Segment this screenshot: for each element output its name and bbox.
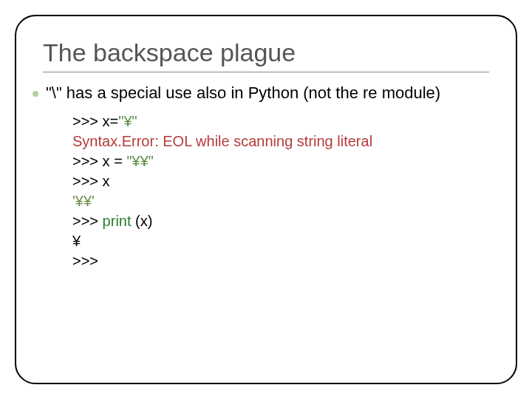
func-args: (x) [135,213,152,229]
string-literal: "¥¥" [126,153,153,169]
code-line-1: >>> x="¥" [72,112,489,132]
bullet-icon [33,91,38,97]
repl-prompt: >>> [72,213,103,229]
code-line-5-output: '¥¥' [72,191,489,211]
code-line-3: >>> x = "¥¥" [72,151,489,171]
code-line-8: >>> [72,251,489,271]
code-text: x [103,173,110,189]
repl-prompt: >>> [72,253,98,269]
code-block: >>> x="¥" Syntax.Error: EOL while scanni… [72,112,489,271]
code-text: x= [103,113,119,129]
code-line-6: >>> print (x) [72,211,489,231]
body-text: "\" has a special use also in Python (no… [46,83,489,104]
code-line-2-error: Syntax.Error: EOL while scanning string … [72,132,489,151]
code-line-7-output: ¥ [72,231,489,251]
repl-prompt: >>> [72,173,103,189]
slide-frame: The backspace plague "\" has a special u… [15,15,517,384]
code-text: x = [103,153,127,169]
repl-prompt: >>> [72,113,103,129]
repl-prompt: >>> [72,153,103,169]
func-name: print [103,213,135,229]
body-text-content: "\" has a special use also in Python (no… [46,83,440,102]
code-line-4: >>> x [72,171,489,191]
slide-title: The backspace plague [43,38,489,72]
slide: The backspace plague "\" has a special u… [0,0,532,399]
string-literal: "¥" [118,113,137,129]
